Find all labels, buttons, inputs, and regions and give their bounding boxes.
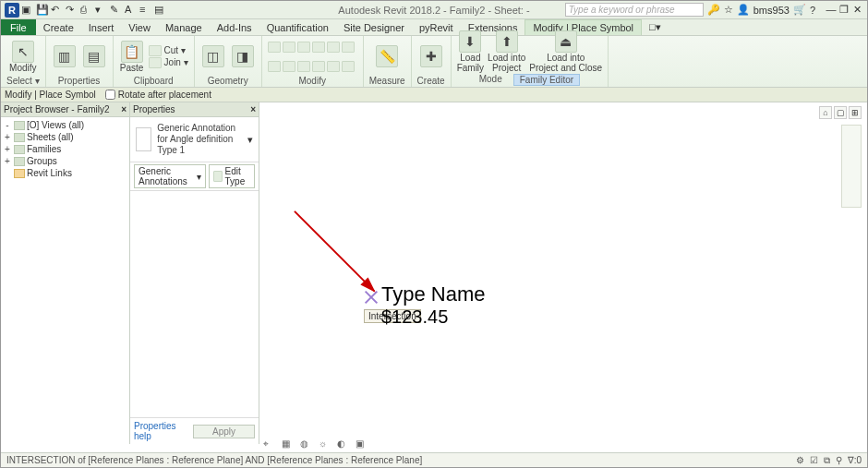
- measure-button[interactable]: 📏: [374, 45, 400, 67]
- user-name[interactable]: bms953: [753, 5, 790, 16]
- move-icon[interactable]: [268, 42, 281, 53]
- search-input[interactable]: Type a keyword or phrase: [565, 3, 704, 17]
- join-label: Join ▾: [164, 57, 188, 67]
- nav-home-icon[interactable]: ⌂: [819, 106, 832, 119]
- redo-icon[interactable]: ↷: [66, 4, 78, 17]
- tree-item-families[interactable]: +Families: [3, 143, 127, 155]
- copy-icon[interactable]: [283, 42, 295, 53]
- print-icon[interactable]: ⎙: [80, 4, 93, 17]
- properties-header[interactable]: Properties ×: [130, 102, 259, 117]
- close-button[interactable]: ✕: [850, 5, 863, 16]
- save-icon[interactable]: 💾: [36, 4, 49, 17]
- properties-button[interactable]: ▥: [52, 45, 78, 67]
- tab-create[interactable]: Create: [36, 19, 81, 35]
- type-selector[interactable]: Generic Annotation for Angle definition …: [130, 117, 259, 162]
- group-label-select[interactable]: Select ▾: [6, 75, 40, 87]
- nav-cube-icon[interactable]: ▢: [834, 106, 847, 119]
- file-tab[interactable]: File: [1, 19, 36, 35]
- qat-tool-4-icon[interactable]: ▤: [154, 4, 167, 17]
- load-family-button[interactable]: ⬇Load Family: [457, 30, 484, 73]
- align-icon[interactable]: [312, 61, 325, 72]
- array-icon[interactable]: [268, 61, 281, 72]
- status-icon-1[interactable]: ⚙: [796, 455, 804, 465]
- scale-icon[interactable]: [283, 61, 295, 72]
- selection-count[interactable]: ∇:0: [848, 455, 862, 465]
- geom-tool-2[interactable]: ◨: [230, 45, 256, 67]
- rotate-icon[interactable]: [297, 42, 310, 53]
- trim-icon[interactable]: [312, 42, 325, 53]
- tree-item-sheets[interactable]: +Sheets (all): [3, 131, 127, 143]
- ribbon-group-properties: ▥ ▤ Properties: [46, 36, 114, 87]
- split-icon[interactable]: [342, 42, 355, 53]
- family-editor-label[interactable]: Family Editor: [513, 74, 580, 86]
- status-icon-2[interactable]: ☑: [810, 455, 818, 465]
- ribbon-group-clipboard: 📋 Paste Cut ▾ Join ▾ Clipboard: [114, 36, 195, 87]
- offset-icon[interactable]: [297, 61, 310, 72]
- nav-steering-icon[interactable]: ⊞: [849, 106, 862, 119]
- tab-pyrevit[interactable]: pyRevit: [412, 19, 461, 35]
- restore-button[interactable]: ❐: [838, 5, 850, 16]
- tab-manage[interactable]: Manage: [158, 19, 210, 35]
- qat-tool-3-icon[interactable]: ≡: [139, 4, 152, 17]
- apply-button[interactable]: Apply: [193, 425, 255, 438]
- minimize-button[interactable]: —: [825, 5, 838, 16]
- tab-insert[interactable]: Insert: [81, 19, 122, 35]
- sunpath-icon[interactable]: ☼: [319, 438, 330, 450]
- project-browser-tree[interactable]: -[O] Views (all) +Sheets (all) +Families…: [1, 117, 129, 181]
- edit-type-button[interactable]: Edit Type: [209, 164, 255, 188]
- star-icon[interactable]: ☆: [724, 4, 733, 16]
- project-browser-header[interactable]: Project Browser - Family2 ×: [1, 102, 129, 117]
- type-properties-button[interactable]: ▤: [81, 45, 107, 67]
- cut-button[interactable]: Cut ▾: [149, 45, 188, 56]
- qat-tool-1-icon[interactable]: ✎: [110, 4, 123, 17]
- tab-quantification[interactable]: Quantification: [259, 19, 336, 35]
- tab-context-help[interactable]: □▾: [642, 19, 669, 35]
- tab-view[interactable]: View: [121, 19, 158, 35]
- join-button[interactable]: Join ▾: [149, 57, 188, 68]
- signin-icon[interactable]: 👤: [737, 4, 750, 16]
- rotate-checkbox-input[interactable]: [105, 90, 115, 100]
- properties-close-icon[interactable]: ×: [250, 104, 256, 114]
- cursor-icon: ↖: [12, 41, 34, 63]
- sheets-icon: [14, 133, 25, 142]
- status-icon-4[interactable]: ⚲: [836, 455, 842, 465]
- load-family-icon: ⬇: [459, 30, 481, 53]
- tab-addins[interactable]: Add-Ins: [210, 19, 259, 35]
- link-icon: [14, 169, 25, 178]
- revit-logo[interactable]: R: [5, 3, 19, 18]
- help-icon[interactable]: ?: [810, 5, 815, 16]
- tab-sitedesigner[interactable]: Site Designer: [336, 19, 412, 35]
- tree-item-revit-links[interactable]: Revit Links: [3, 167, 127, 179]
- infocenter-icon[interactable]: 🔑: [707, 4, 720, 16]
- category-select[interactable]: Generic Annotations▾: [134, 164, 206, 188]
- placed-symbol[interactable]: Type Name $123.45: [381, 282, 486, 328]
- navigation-bar[interactable]: [841, 125, 862, 208]
- paste-button[interactable]: 📋 Paste: [119, 41, 145, 73]
- visual-style-icon[interactable]: ◍: [300, 438, 311, 450]
- scale-icon[interactable]: ⌖: [263, 438, 274, 450]
- create-button[interactable]: ✚: [418, 45, 444, 67]
- qat-more-icon[interactable]: ▾: [95, 4, 108, 17]
- tree-item-groups[interactable]: +Groups: [3, 155, 127, 167]
- shadows-icon[interactable]: ◐: [337, 438, 348, 450]
- load-into-project-close-button[interactable]: ⏏Load into Project and Close: [529, 30, 602, 73]
- pin-icon[interactable]: [327, 61, 340, 72]
- exchange-icon[interactable]: 🛒: [793, 4, 806, 16]
- status-icon-3[interactable]: ⧉: [824, 455, 830, 466]
- project-browser-close-icon[interactable]: ×: [121, 104, 127, 114]
- open-icon[interactable]: ▣: [21, 4, 34, 17]
- crop-icon[interactable]: ▣: [356, 438, 367, 450]
- drawing-canvas[interactable]: Intersection Type Name $123.45 ⌂ ▢ ⊞: [259, 102, 867, 444]
- load-into-project-button[interactable]: ⬆Load into Project: [488, 30, 525, 73]
- geom-tool-1[interactable]: ◫: [200, 45, 226, 67]
- properties-help-link[interactable]: Properties help: [134, 421, 193, 441]
- tree-item-views[interactable]: -[O] Views (all): [3, 119, 127, 131]
- qat-tool-2-icon[interactable]: A: [125, 4, 138, 17]
- detail-level-icon[interactable]: ▦: [282, 438, 293, 450]
- modify-button[interactable]: ↖ Modify: [9, 41, 36, 73]
- type-dropdown-icon[interactable]: ▾: [247, 134, 253, 146]
- undo-icon[interactable]: ↶: [51, 4, 64, 17]
- mirror-icon[interactable]: [327, 42, 340, 53]
- rotate-after-placement-checkbox[interactable]: Rotate after placement: [105, 90, 211, 100]
- delete-icon[interactable]: [342, 61, 355, 72]
